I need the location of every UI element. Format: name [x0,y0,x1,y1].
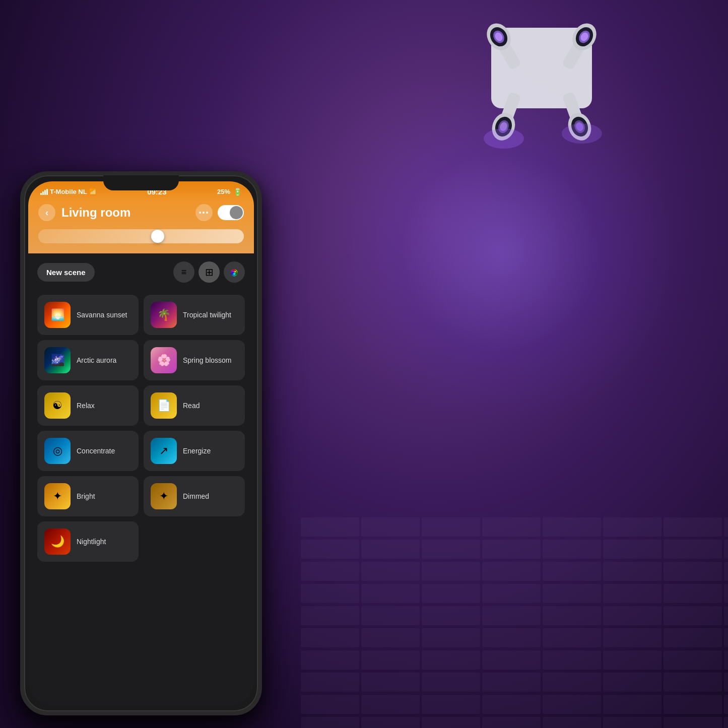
scene-name-nightlight: Nightlight [77,538,106,546]
svg-point-26 [562,123,602,144]
back-button[interactable]: ‹ [38,204,55,221]
status-right: 25% 🔋 [217,188,242,196]
scenes-grid: 🌅Savanna sunset🌴Tropical twilight🌌Arctic… [28,291,254,572]
scene-card-bright[interactable]: ✦Bright [37,476,139,516]
toggle-knob [230,206,243,219]
scene-name-relax: Relax [77,402,95,410]
scene-name-concentrate: Concentrate [77,447,115,455]
scene-name-arctic-aurora: Arctic aurora [77,356,116,365]
room-title: Living room [61,206,195,220]
scene-icon-energize: ↗ [151,438,177,464]
scene-icon-arctic-aurora: 🌌 [44,347,71,373]
scene-icon-spring-blossom: 🌸 [151,347,177,373]
scene-name-savanna-sunset: Savanna sunset [77,311,127,319]
new-scene-button[interactable]: New scene [37,263,95,282]
scene-card-concentrate[interactable]: ◎Concentrate [37,431,139,471]
phone-screen: T-Mobile NL 📶 09:23 25% 🔋 [28,181,254,705]
scene-card-tropical-twilight[interactable]: 🌴Tropical twilight [144,295,245,335]
wifi-icon: 📶 [89,188,97,195]
scene-icon-nightlight: 🌙 [44,528,71,555]
signal-bars [40,189,48,195]
phone-notch [103,175,179,190]
scene-name-tropical-twilight: Tropical twilight [183,311,231,319]
scene-card-read[interactable]: 📄Read [144,385,245,426]
scene-icon-bright: ✦ [44,483,71,509]
grid-view-button[interactable]: ⊞ [198,261,220,283]
slider-thumb [151,230,164,243]
list-view-button[interactable]: ≡ [173,261,194,283]
scene-card-dimmed[interactable]: ✦Dimmed [144,476,245,516]
phone-frame: T-Mobile NL 📶 09:23 25% 🔋 [20,171,262,715]
scene-icon-tropical-twilight: 🌴 [151,302,177,328]
scene-controls: New scene ≡ ⊞ ◉ [28,253,254,291]
scene-card-energize[interactable]: ↗Energize [144,431,245,471]
carrier-label: T-Mobile NL [50,188,87,195]
scene-name-spring-blossom: Spring blossom [183,356,232,365]
scene-card-spring-blossom[interactable]: 🌸Spring blossom [144,340,245,380]
color-view-button[interactable]: ◉ [224,261,245,283]
status-left: T-Mobile NL 📶 [40,188,97,195]
grid-view-icon: ⊞ [205,266,214,278]
svg-rect-2 [300,516,728,728]
scene-card-nightlight[interactable]: 🌙Nightlight [37,521,139,562]
room-power-toggle[interactable] [218,205,244,220]
room-header: ‹ Living room ••• [28,200,254,253]
scene-card-arctic-aurora[interactable]: 🌌Arctic aurora [37,340,139,380]
battery-percent: 25% [217,188,230,195]
scene-name-bright: Bright [77,492,95,501]
scene-name-energize: Energize [183,447,211,455]
brightness-slider[interactable] [38,229,244,243]
battery-icon: 🔋 [233,188,242,196]
scene-icon-dimmed: ✦ [151,483,177,509]
scene-name-read: Read [183,402,200,410]
scene-card-savanna-sunset[interactable]: 🌅Savanna sunset [37,295,139,335]
view-toggle-buttons: ≡ ⊞ ◉ [173,261,245,283]
color-view-icon: ◉ [230,267,238,278]
scene-icon-concentrate: ◎ [44,438,71,464]
scenes-container: 🌅Savanna sunset🌴Tropical twilight🌌Arctic… [28,291,254,705]
scene-icon-savanna-sunset: 🌅 [44,302,71,328]
scene-icon-read: 📄 [151,392,177,419]
scene-name-dimmed: Dimmed [183,492,209,501]
scene-icon-relax: ☯ [44,392,71,419]
brick-wall [300,516,728,728]
ceiling-lamp [426,0,652,227]
scene-card-relax[interactable]: ☯Relax [37,385,139,426]
svg-point-25 [484,128,524,149]
brightness-slider-row [38,227,244,245]
menu-button[interactable]: ••• [195,204,213,221]
list-view-icon: ≡ [181,267,187,278]
